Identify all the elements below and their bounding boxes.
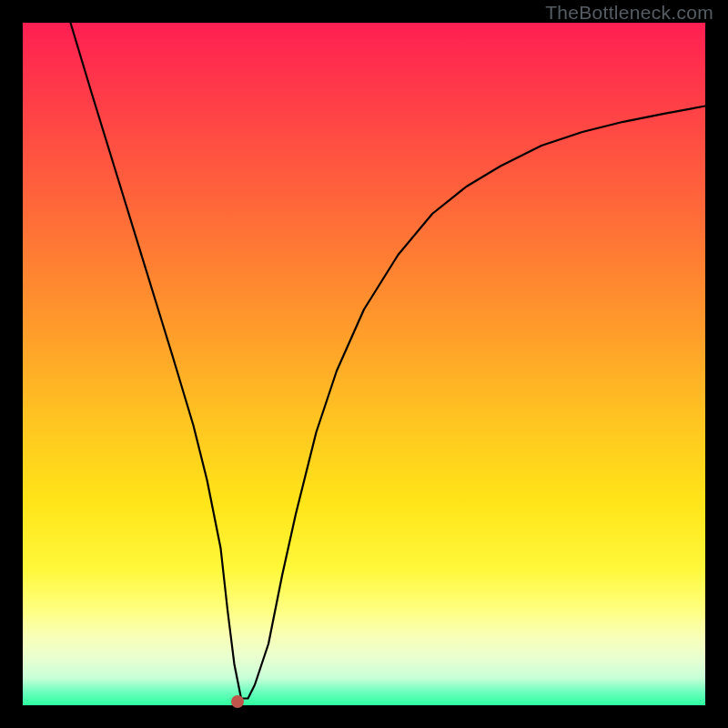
watermark-text: TheBottleneck.com bbox=[545, 2, 713, 24]
bottleneck-curve bbox=[23, 23, 705, 705]
plot-area bbox=[23, 23, 705, 705]
min-point-marker bbox=[231, 695, 244, 708]
